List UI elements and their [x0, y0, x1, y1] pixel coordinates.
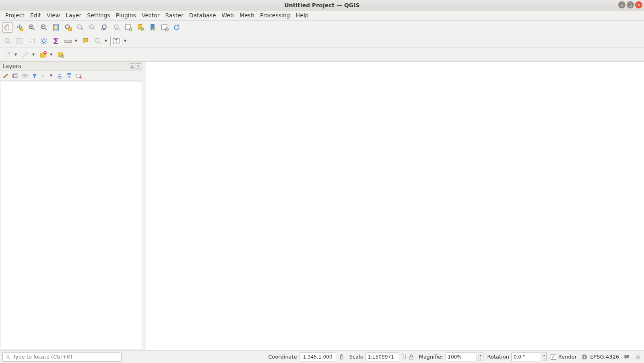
- menu-web[interactable]: Web: [219, 11, 237, 20]
- manage-visibility-button[interactable]: [21, 72, 29, 80]
- close-button[interactable]: ×: [635, 1, 642, 8]
- new-map-icon: [124, 23, 132, 31]
- zoom-to-selection-button[interactable]: [63, 22, 73, 33]
- locator-box[interactable]: [2, 352, 122, 362]
- panel-close-button[interactable]: ✕: [136, 63, 141, 69]
- zoom-full-icon: [52, 23, 60, 31]
- lock-scale-button[interactable]: [408, 353, 415, 361]
- render-checkbox[interactable]: ✓: [551, 354, 556, 360]
- minimize-button[interactable]: –: [618, 1, 625, 8]
- filter-legend-button[interactable]: [31, 72, 39, 80]
- map-canvas[interactable]: [146, 62, 644, 350]
- new-spatial-bookmark-button[interactable]: [135, 22, 146, 33]
- zoom-out-button[interactable]: [39, 22, 49, 33]
- tip-icon: [82, 37, 90, 45]
- refresh-button[interactable]: [171, 22, 182, 33]
- svg-point-23: [31, 41, 32, 42]
- field-calculator-button[interactable]: [27, 36, 37, 46]
- menu-project[interactable]: Project: [2, 11, 27, 20]
- text-annotation-button[interactable]: T: [110, 36, 122, 46]
- measure-button[interactable]: [63, 36, 73, 46]
- statistics-button[interactable]: [51, 36, 61, 46]
- temporal-controller-button[interactable]: [159, 22, 170, 33]
- processing-toolbox-button[interactable]: [39, 36, 49, 46]
- show-bookmarks-button[interactable]: [147, 22, 158, 33]
- select-features-button[interactable]: [93, 36, 103, 46]
- toggle-editing-button[interactable]: [20, 50, 31, 60]
- identify-icon: [4, 37, 12, 45]
- menu-plugins[interactable]: Plugins: [113, 11, 139, 20]
- zoom-to-layer-button[interactable]: [75, 22, 85, 33]
- rotation-spinner[interactable]: ▴▾: [542, 353, 547, 361]
- measure-dropdown[interactable]: ▼: [75, 39, 79, 43]
- open-attribute-table-button[interactable]: [14, 36, 25, 46]
- identify-button[interactable]: [2, 36, 13, 46]
- zoom-next-button[interactable]: [111, 22, 122, 33]
- menu-settings[interactable]: Settings: [84, 11, 113, 20]
- remove-layer-button[interactable]: [75, 72, 83, 80]
- group-icon: [12, 73, 19, 79]
- svg-rect-54: [638, 355, 639, 355]
- menu-layer[interactable]: Layer: [63, 11, 84, 20]
- menu-database[interactable]: Database: [186, 11, 219, 20]
- zoom-native-icon: 1:1: [88, 23, 96, 31]
- map-tips-button[interactable]: [80, 36, 91, 46]
- menu-processing[interactable]: Processing: [257, 11, 293, 20]
- messages-button[interactable]: [623, 353, 630, 361]
- menu-mesh[interactable]: Mesh: [237, 11, 257, 20]
- filter-expression-button[interactable]: ε: [40, 72, 48, 80]
- add-group-button[interactable]: [11, 72, 19, 80]
- annotation-dropdown[interactable]: ▼: [124, 39, 128, 43]
- zoom-in-button[interactable]: [27, 22, 37, 33]
- zoom-last-button[interactable]: [99, 22, 109, 33]
- layers-tree[interactable]: [1, 82, 142, 349]
- mouse-icon: [339, 354, 345, 360]
- menu-help[interactable]: Help: [293, 11, 312, 20]
- pan-map-button[interactable]: [2, 22, 13, 33]
- refresh-icon: [173, 23, 181, 31]
- locator-input[interactable]: [13, 354, 119, 360]
- scale-field[interactable]: 1:1509971: [365, 353, 399, 361]
- menu-edit[interactable]: Edit: [27, 11, 44, 20]
- svg-point-28: [43, 39, 45, 42]
- edits-dropdown[interactable]: ▼: [14, 53, 19, 56]
- pan-to-selection-button[interactable]: [14, 22, 25, 33]
- select-dropdown[interactable]: ▼: [105, 39, 109, 43]
- current-edits-button[interactable]: [2, 50, 13, 60]
- maximize-button[interactable]: □: [627, 1, 634, 8]
- menu-vector[interactable]: Vector: [139, 11, 163, 20]
- title-bar: Untitled Project — QGIS – □ ×: [0, 0, 644, 10]
- save-edits-dropdown[interactable]: ▼: [50, 53, 54, 56]
- editing-dropdown[interactable]: ▼: [32, 53, 36, 56]
- filter-dropdown[interactable]: ▼: [50, 74, 54, 77]
- svg-point-22: [30, 41, 31, 42]
- text-icon: T: [112, 37, 120, 45]
- layers-panel-header: Layers ◰ ✕: [0, 62, 143, 71]
- menu-raster[interactable]: Raster: [163, 11, 186, 20]
- magnifier-spinner[interactable]: ▴▾: [479, 353, 483, 361]
- new-layer-button[interactable]: [56, 50, 66, 60]
- rotation-field[interactable]: 0.0 °: [511, 353, 540, 361]
- lock-icon: [408, 354, 415, 360]
- layer-styling-button[interactable]: [2, 72, 10, 80]
- save-layer-edits-button[interactable]: [38, 50, 48, 60]
- scale-dropdown[interactable]: ▾: [401, 355, 406, 359]
- magnifier-field[interactable]: 100%: [446, 353, 477, 361]
- new-map-view-button[interactable]: [123, 22, 134, 33]
- crs-button[interactable]: EPSG:4326: [581, 353, 619, 361]
- zoom-in-icon: [28, 23, 36, 31]
- panel-float-button[interactable]: ◰: [130, 63, 135, 69]
- collapse-all-button[interactable]: [65, 72, 73, 80]
- funnel-icon: [31, 73, 38, 79]
- scale-value: 1:1509971: [368, 354, 394, 360]
- svg-rect-19: [17, 38, 23, 44]
- zoom-native-button[interactable]: 1:1: [87, 22, 97, 33]
- coordinate-field[interactable]: -1.345,1.000: [299, 353, 336, 361]
- magnifier-value: 100%: [448, 354, 462, 360]
- toggle-extents-button[interactable]: [338, 353, 345, 361]
- svg-point-9: [102, 25, 106, 29]
- expand-all-button[interactable]: [56, 72, 64, 80]
- menu-view[interactable]: View: [44, 11, 63, 20]
- zoom-full-button[interactable]: [51, 22, 61, 33]
- svg-rect-21: [30, 39, 34, 40]
